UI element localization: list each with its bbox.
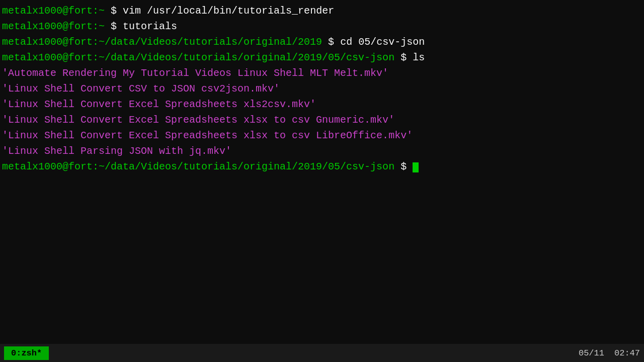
terminal-tab[interactable]: 0:zsh*: [4, 346, 49, 360]
status-date: 05/11: [579, 348, 604, 358]
prompt-dollar: $: [394, 52, 407, 63]
prompt-dollar: $: [105, 21, 117, 32]
prompt-dollar: $: [322, 36, 334, 48]
terminal-line: metalx1000@fort:~/data/Videos/tutorials/…: [2, 50, 642, 65]
terminal-line: 'Automate Rendering My Tutorial Videos L…: [2, 65, 642, 81]
file-listing: 'Linux Shell Convert Excel Spreadsheets …: [2, 99, 316, 110]
prompt-user: metalx1000@fort:~/data/Videos/tutorials/…: [2, 161, 394, 172]
terminal-line: 'Linux Shell Parsing JSON with jq.mkv': [2, 143, 642, 159]
file-listing: 'Automate Rendering My Tutorial Videos L…: [2, 67, 388, 79]
prompt-command: ls: [407, 52, 425, 63]
terminal-line: metalx1000@fort:~/data/Videos/tutorials/…: [2, 34, 642, 50]
prompt-command: cd 05/csv-json: [334, 36, 425, 48]
terminal-line: 'Linux Shell Convert Excel Spreadsheets …: [2, 128, 642, 143]
prompt-dollar: $: [394, 161, 407, 172]
status-left: 0:zsh*: [4, 346, 49, 360]
prompt-user: metalx1000@fort:~/data/Videos/tutorials/…: [2, 36, 322, 48]
prompt-user: metalx1000@fort:~/data/Videos/tutorials/…: [2, 52, 394, 63]
terminal-line: metalx1000@fort:~ $ vim /usr/local/bin/t…: [2, 3, 642, 19]
terminal-cursor: [413, 162, 419, 172]
terminal-line: metalx1000@fort:~ $ tutorials: [2, 19, 642, 34]
file-listing: 'Linux Shell Convert Excel Spreadsheets …: [2, 114, 394, 126]
prompt-command: vim /usr/local/bin/tutorials_render: [117, 5, 334, 17]
file-listing: 'Linux Shell Convert Excel Spreadsheets …: [2, 130, 413, 141]
terminal-line: 'Linux Shell Convert CSV to JSON csv2jso…: [2, 81, 642, 97]
terminal-line: 'Linux Shell Convert Excel Spreadsheets …: [2, 112, 642, 128]
status-time: 02:47: [614, 348, 640, 358]
status-bar: 0:zsh* 05/11 02:47: [0, 344, 644, 362]
terminal[interactable]: metalx1000@fort:~ $ vim /usr/local/bin/t…: [0, 0, 644, 344]
terminal-line: metalx1000@fort:~/data/Videos/tutorials/…: [2, 159, 642, 174]
terminal-line: 'Linux Shell Convert Excel Spreadsheets …: [2, 97, 642, 112]
prompt-user: metalx1000@fort:~: [2, 21, 105, 32]
status-right: 05/11 02:47: [579, 348, 640, 358]
file-listing: 'Linux Shell Convert CSV to JSON csv2jso…: [2, 83, 280, 95]
prompt-dollar: $: [105, 5, 117, 17]
prompt-command: tutorials: [117, 21, 177, 32]
prompt-user: metalx1000@fort:~: [2, 5, 105, 17]
file-listing: 'Linux Shell Parsing JSON with jq.mkv': [2, 145, 231, 157]
